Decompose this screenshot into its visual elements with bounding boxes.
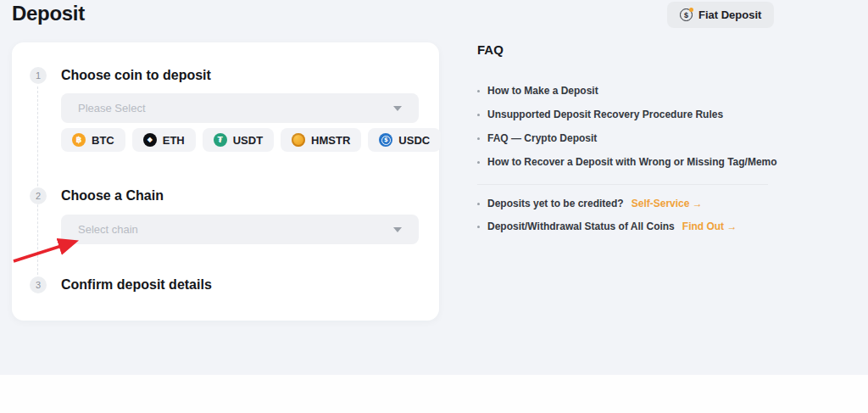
usdt-icon: ₮ [214, 133, 227, 147]
self-service-link[interactable]: Self-Service → [632, 198, 703, 209]
faq-link-crypto-deposit[interactable]: FAQ — Crypto Deposit [477, 134, 791, 142]
find-out-link[interactable]: Find Out → [682, 220, 737, 232]
step-title-choose-coin: Choose coin to deposit [61, 68, 211, 83]
quick-coin-chips: ฿ BTC ◆ ETH ₮ USDT HMSTR $ USDC [61, 128, 441, 152]
chevron-down-icon [393, 227, 402, 232]
fiat-deposit-button[interactable]: $ Fiat Deposit [667, 2, 774, 28]
btc-icon: ฿ [72, 133, 86, 147]
faq-divider [477, 184, 768, 185]
step-badge-2: 2 [30, 187, 47, 204]
coin-chip-eth[interactable]: ◆ ETH [132, 128, 196, 152]
coin-chip-label: USDC [398, 134, 430, 147]
page-title: Deposit [12, 2, 85, 25]
faq-section: FAQ How to Make a Deposit Unsupported De… [477, 42, 791, 231]
bullet-dot [477, 226, 480, 228]
coin-select-dropdown[interactable]: Please Select [61, 93, 419, 123]
coin-chip-label: USDT [233, 134, 263, 147]
bullet-dot [477, 137, 480, 140]
coin-chip-label: HMSTR [311, 134, 350, 147]
dollar-coin-icon: $ [680, 8, 693, 21]
coin-chip-label: BTC [92, 134, 114, 147]
coin-chip-usdt[interactable]: ₮ USDT [203, 128, 274, 152]
spark-dot [689, 8, 693, 12]
hmstr-icon [292, 133, 305, 147]
bullet-dot [477, 114, 480, 116]
footer-area [0, 375, 868, 413]
eth-icon: ◆ [143, 133, 157, 147]
step-badge-3: 3 [30, 276, 47, 293]
coin-chip-hmstr[interactable]: HMSTR [281, 128, 361, 152]
chevron-down-icon [393, 106, 402, 111]
faq-link-recover-tag-memo[interactable]: How to Recover a Deposit with Wrong or M… [477, 158, 791, 166]
coin-chip-btc[interactable]: ฿ BTC [61, 128, 125, 152]
bullet-dot [477, 90, 480, 92]
faq-title: FAQ [477, 42, 791, 57]
step-title-confirm-details: Confirm deposit details [61, 277, 212, 293]
red-arrow-annotation [8, 232, 89, 266]
shortcut-deposit-withdrawal-status: Deposit/Withdrawal Status of All Coins F… [477, 222, 791, 231]
coin-chip-label: ETH [163, 134, 185, 147]
bullet-dot [477, 203, 480, 205]
coin-select-placeholder: Please Select [78, 102, 146, 114]
usdc-icon: $ [379, 133, 392, 147]
step-badge-1: 1 [30, 67, 47, 84]
step-title-choose-chain: Choose a Chain [61, 188, 164, 204]
shortcut-deposits-not-credited: Deposits yet to be credited? Self-Servic… [477, 199, 791, 208]
deposit-card: 1 Choose coin to deposit Please Select ฿… [12, 42, 439, 321]
coin-chip-usdc[interactable]: $ USDC [368, 128, 441, 152]
chain-select-dropdown[interactable]: Select chain [61, 215, 419, 244]
faq-link-how-to-make-deposit[interactable]: How to Make a Deposit [477, 87, 791, 95]
bullet-dot [477, 161, 480, 164]
faq-link-unsupported-recovery[interactable]: Unsupported Deposit Recovery Procedure R… [477, 110, 791, 119]
fiat-deposit-label: Fiat Deposit [698, 8, 761, 21]
